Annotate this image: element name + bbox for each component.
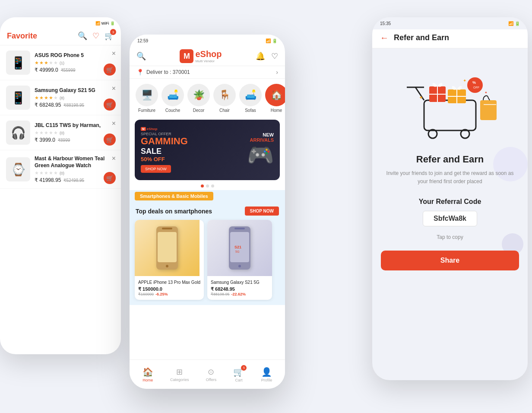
status-signal: 📶 WiFi 🔋 [95,21,115,25]
category-chair[interactable]: 🪑 Chair [213,84,236,113]
status-bar-right: 15:35 📶 🔋 [372,17,528,29]
item-name-2: Samsung Galaxy S21 5G [35,87,115,94]
category-decor[interactable]: 🪴 Decor [187,84,210,113]
bell-icon[interactable]: 🔔 [256,51,265,61]
banner-shop-now-btn[interactable]: SHOP NOW [141,165,171,173]
banner-logo-small: M eShop [141,127,218,131]
close-btn-3[interactable]: × [112,120,116,127]
topbar-icons: 🔍 ♡ 🛒 3 [78,31,114,41]
promo-banner: M eShop SPECIAL OFFER GAMMING SALE 50% O… [135,120,280,180]
category-icon-home: 🏠 [265,84,285,106]
back-button[interactable]: ← [380,33,389,43]
refer-body: % OFF ✦ ✦ ✦ Refer and Earn Invite your f… [372,48,528,279]
product-original-iphone: ₹160000 [138,292,154,296]
product-discount-samsung: -22.62% [231,292,246,296]
category-home[interactable]: 🏠 Home [265,84,285,113]
search-icon-mid[interactable]: 🔍 [136,51,146,61]
deliver-bar[interactable]: 📍 Deliver to : 370001 › [130,66,285,79]
category-icon-sofas: 🛋️ [239,84,262,106]
gaming-peripherals-image: 🎮 [247,143,274,168]
category-icon-couche: 🛋️ [162,84,184,106]
dot-3 [211,184,214,187]
banner-discount-text: 50% OFF [141,156,218,162]
item-image-3: 🎧 [6,121,30,145]
add-to-cart-btn-2[interactable]: 🛒 [104,98,116,111]
profile-nav-icon: 👤 [261,367,272,377]
status-icons-mid: 📶 🔋 [266,38,277,43]
deliver-text: Deliver to : 370001 [146,69,276,75]
nav-categories[interactable]: ⊞ Categories [170,367,189,382]
svg-point-3 [166,265,168,267]
svg-rect-1 [158,232,177,262]
close-btn-1[interactable]: × [112,50,116,57]
category-furniture[interactable]: 🖥️ Furniture [136,84,158,113]
review-count-2: (8) [60,96,64,100]
nav-home[interactable]: 🏠 Home [142,367,153,382]
svg-text:%: % [472,80,476,85]
shop-now-button[interactable]: SHOP NOW [245,206,279,216]
product-img-samsung: S21 5G [207,220,272,276]
close-btn-2[interactable]: × [112,85,116,92]
price-original-1: ₹55999 [61,68,76,73]
eshop-topbar-icons: 🔔 ♡ [256,51,278,61]
logo-text: eShop Multi Vendor [195,49,222,63]
status-bar-left: 📶 WiFi 🔋 [0,17,121,29]
chevron-right-icon: › [276,69,278,76]
price-row-4: ₹ 41998.95 ₹52498.95 [35,177,115,183]
products-row: APPLE iPhone 13 Pro Max Gold ₹ 150000.0 … [130,218,285,302]
add-to-cart-btn-3[interactable]: 🛒 [104,133,116,146]
svg-text:✦: ✦ [419,95,423,101]
category-couche[interactable]: 🛋️ Couche [162,84,184,113]
referral-code-box[interactable]: SbfcWa8k [423,211,477,226]
phone-wishlist: 📶 WiFi 🔋 Favorite 🔍 ♡ 🛒 3 📱 ASUS ROG Pho… [0,17,121,354]
wishlist-topbar: Favorite 🔍 ♡ 🛒 3 [0,29,121,45]
nav-cart[interactable]: 🛒 5 Cart [233,367,244,382]
share-button[interactable]: Share [381,251,519,270]
price-current-3: ₹ 3999.0 [35,137,55,143]
scene: 📶 WiFi 🔋 Favorite 🔍 ♡ 🛒 3 📱 ASUS ROG Pho… [0,0,532,413]
cart-wrap: 🛒 3 [104,31,114,41]
wishlist-title: Favorite [7,32,37,41]
wishlist-item: ⌚ Mast & Harbour Women Teal Green Analog… [0,150,121,189]
category-sofas[interactable]: 🛋️ Sofas [239,84,262,113]
cat-label-chair: Chair [219,108,230,113]
banner-dots [130,182,285,190]
nav-offers[interactable]: ⊙ Offers [206,367,216,382]
banner-arrivals-text: NEW ARRIVALS [250,132,274,143]
item-image-1: 📱 [6,51,30,75]
svg-text:✦: ✦ [484,91,488,95]
search-icon[interactable]: 🔍 [78,31,87,41]
svg-rect-23 [480,100,497,120]
item-name-3: JBL C115 TWS by Harman, [35,122,115,129]
close-btn-4[interactable]: × [112,155,116,162]
heart-icon[interactable]: ♡ [92,31,99,41]
product-img-iphone [135,220,200,276]
add-to-cart-btn-1[interactable]: 🛒 [104,64,116,76]
price-current-4: ₹ 41998.95 [35,177,61,183]
profile-nav-label: Profile [261,378,272,382]
bottom-nav: 🏠 Home ⊞ Categories ⊙ Offers 🛒 5 Cart 👤 … [130,359,285,389]
categories-nav-label: Categories [170,378,189,382]
heart-icon-mid[interactable]: ♡ [271,51,278,61]
banner-gaming-text: GAMMING [141,136,218,146]
nav-profile[interactable]: 👤 Profile [261,367,272,382]
price-current-2: ₹ 68248.95 [35,102,61,108]
cart-nav-badge: 5 [241,365,247,371]
product-card-iphone[interactable]: APPLE iPhone 13 Pro Max Gold ₹ 150000.0 … [135,220,204,300]
time-right: 15:35 [380,21,391,26]
review-count-1: (1) [60,61,64,65]
tap-to-copy-text[interactable]: Tap to copy [381,234,519,240]
product-card-samsung[interactable]: S21 5G Samsung Galaxy S21 5G ₹ 68248.95 … [207,220,272,300]
cat-label-sofas: Sofas [245,108,256,113]
wishlist-item: 🎧 JBL C115 TWS by Harman, ★★★★★ (0) ₹ 39… [0,115,121,150]
offers-nav-label: Offers [206,378,216,382]
add-to-cart-btn-4[interactable]: 🛒 [104,172,116,184]
arrivals-label: ARRIVALS [250,137,274,143]
item-info-2: Samsung Galaxy S21 5G ★★★★★ (8) ₹ 68248.… [35,87,115,108]
svg-text:OFF: OFF [473,86,479,89]
stars-2: ★★★★★ (8) [35,95,115,101]
svg-point-20 [467,77,483,93]
refer-heading: Refer and Earn [381,154,519,165]
review-count-3: (0) [60,131,64,135]
refer-illustration: % OFF ✦ ✦ ✦ [381,57,519,143]
